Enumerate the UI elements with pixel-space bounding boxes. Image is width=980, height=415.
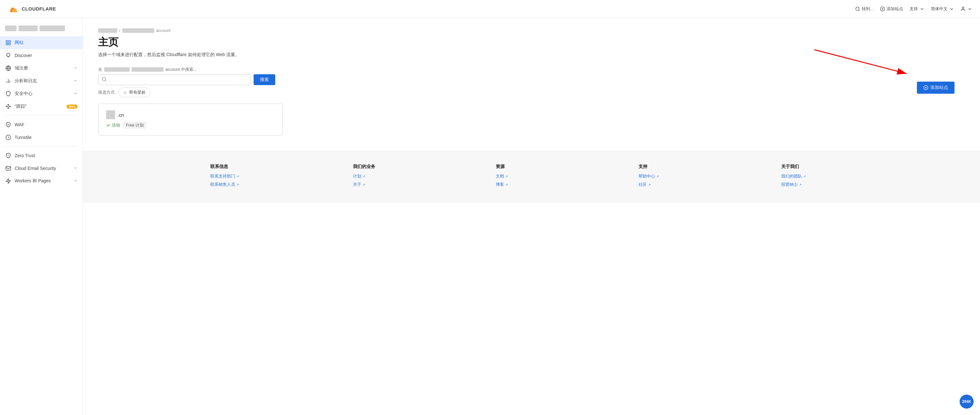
footer-col-contact-title: 联系信息 [210,164,345,169]
external-link-icon: ↗ [236,183,239,187]
logo[interactable]: CLOUDFLARE [8,5,56,13]
filter-starred-button[interactable]: ☆ 带有星标 [119,88,150,97]
search-ctx-placeholder-2 [132,67,164,72]
external-link-icon: ↗ [803,175,806,178]
sidebar-item-domain-reg[interactable]: 域注册 [0,62,83,75]
footer-col-resources: 资源 文档 ↗ 博客 ↗ [496,164,631,190]
plan-badge: Free 计划 [123,122,146,129]
footer-link-help-center[interactable]: 帮助中心 ↗ [638,173,773,179]
external-link-icon: ↗ [799,183,802,187]
footer-link-support[interactable]: 联系支持部门 ↗ [210,173,345,179]
breadcrumb-account-text: account [156,28,171,33]
search-ctx-placeholder-1 [104,67,130,72]
search-input[interactable] [110,75,250,85]
goto-button[interactable]: 转到... [855,6,873,12]
footer-link-careers[interactable]: 招贤纳士 ↗ [781,182,916,187]
sidebar-divider-2 [5,146,78,147]
workers-icon [5,178,11,184]
trace-icon [5,103,11,110]
red-arrow-annotation [808,46,916,78]
sidebar-item-workers[interactable]: Workers 和 Pages [0,175,83,187]
sidebar-item-security[interactable]: 安全中心 [0,87,83,100]
sidebar-item-sites[interactable]: 网站 [0,36,83,49]
external-link-icon: ↗ [505,175,508,178]
turnstile-icon [5,134,11,140]
search-context: 在 account 中搜索... [98,67,450,72]
sidebar-item-turnstile[interactable]: Turnstile [0,131,83,144]
site-domain: .cn [118,112,124,118]
topnav-add-site-button[interactable]: 添加站点 [880,6,903,12]
svg-point-5 [962,7,964,9]
footer-link-plans[interactable]: 计划 ↗ [353,173,488,179]
chevron-down-icon [949,6,954,11]
filter-label: 筛选方式 [98,89,115,95]
chevron-down-icon [73,166,78,171]
support-button[interactable]: 支持 [910,6,924,12]
footer-col-support: 支持 帮助中心 ↗ 社区 ↗ [638,164,773,190]
sidebar-item-trace[interactable]: "跟踪" Beta [0,100,83,113]
user-menu-button[interactable] [961,6,972,11]
star-icon: ☆ [123,90,127,95]
footer-col-support-title: 支持 [638,164,773,169]
footer-link-our-team[interactable]: 我们的团队 ↗ [781,173,916,179]
footer: 联系信息 联系支持部门 ↗ 联系销售人员 ↗ 我们的业务 计 [83,151,980,203]
sidebar-item-discover[interactable]: Discover [0,49,83,62]
sidebar-item-sites-label: 网站 [15,40,78,46]
account-name [19,26,38,31]
svg-point-15 [6,106,7,107]
sidebar-item-zero-trust[interactable]: Zero Trust [0,149,83,162]
sidebar-item-domain-label: 域注册 [15,65,70,71]
footer-col-business-title: 我们的业务 [353,164,488,169]
sidebar-item-zero-trust-label: Zero Trust [15,153,78,158]
svg-rect-6 [6,40,8,42]
svg-point-16 [10,106,11,107]
footer-link-about[interactable]: 关于 ↗ [353,182,488,187]
breadcrumb-placeholder-1 [98,29,117,33]
beta-badge: Beta [67,105,78,109]
chart-icon [5,78,11,84]
account-detail [40,26,65,31]
sidebar-item-analytics[interactable]: 分析和日志 [0,75,83,87]
footer-link-community[interactable]: 社区 ↗ [638,182,773,187]
svg-rect-9 [9,43,11,45]
chevron-down-icon [73,179,78,184]
check-icon [106,123,111,128]
site-card[interactable]: .cn 活动 Free 计划 [98,104,283,136]
active-badge: 活动 [106,122,120,128]
footer-link-blog[interactable]: 博客 ↗ [496,182,631,187]
topnav-left: CLOUDFLARE [8,5,56,13]
add-site-main-button[interactable]: 添加站点 [917,81,955,94]
sidebar-item-waf[interactable]: WAF [0,118,83,131]
layout: 网站 Discover 域注册 分析和日志 [0,18,980,415]
footer-link-sales[interactable]: 联系销售人员 ↗ [210,182,345,187]
sidebar-item-analytics-label: 分析和日志 [15,78,70,84]
sidebar-item-discover-label: Discover [15,53,78,58]
footer-col-resources-title: 资源 [496,164,631,169]
svg-point-17 [8,104,9,105]
logo-text: CLOUDFLARE [22,6,56,11]
language-button[interactable]: 简体中文 [931,6,954,12]
external-link-icon: ↗ [363,183,365,187]
notification-bubble[interactable]: 294K [959,394,974,409]
svg-point-33 [102,77,106,81]
sidebar-item-email-security-label: Cloud Email Security [15,166,70,171]
topnav-right: 转到... 添加站点 支持 简体中文 [855,6,972,12]
search-input-wrap [98,74,250,85]
svg-rect-8 [6,43,8,45]
page-description: 选择一个域来进行配置，然后监视 Cloudflare 如何处理它的 Web 流量… [98,52,450,58]
account-placeholders [5,26,65,31]
plus-icon [880,6,885,11]
svg-line-34 [105,80,106,81]
svg-marker-27 [6,179,11,184]
sidebar: 网站 Discover 域注册 分析和日志 [0,18,83,415]
sidebar-item-email-security[interactable]: Cloud Email Security [0,162,83,175]
svg-point-0 [856,7,859,11]
chevron-down-icon [920,6,924,11]
email-icon [5,165,11,171]
zerotrust-icon [5,152,11,159]
search-button[interactable]: 搜索 [254,74,275,85]
footer-link-docs[interactable]: 文档 ↗ [496,173,631,179]
search-icon [855,6,860,11]
site-card-header: .cn [106,110,275,119]
chevron-down-icon [73,78,78,83]
